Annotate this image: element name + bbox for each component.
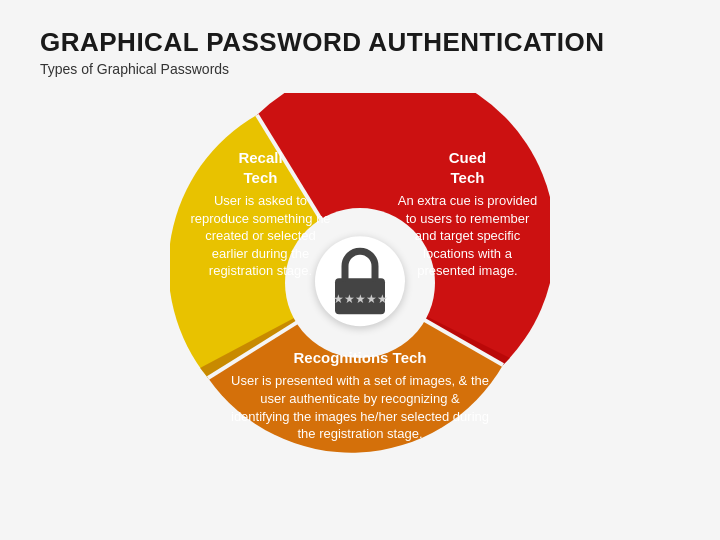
- recognitions-label: Recognitions Tech User is presented with…: [230, 348, 490, 442]
- diagram: ★★★★★ RecallTech User is asked to reprod…: [170, 93, 550, 473]
- slide-subtitle: Types of Graphical Passwords: [40, 61, 680, 77]
- recall-title: RecallTech: [188, 148, 333, 189]
- svg-text:★★★★★: ★★★★★: [333, 292, 388, 306]
- recognitions-title: Recognitions Tech: [230, 348, 490, 368]
- slide: GRAPHICAL PASSWORD AUTHENTICATION Types …: [0, 0, 720, 540]
- cued-label: CuedTech An extra cue is provided to use…: [395, 148, 540, 280]
- slide-title: GRAPHICAL PASSWORD AUTHENTICATION: [40, 28, 680, 57]
- cued-title: CuedTech: [395, 148, 540, 189]
- recognitions-description: User is presented with a set of images, …: [231, 373, 489, 441]
- lock-svg: ★★★★★: [330, 246, 390, 316]
- recall-label: RecallTech User is asked to reproduce so…: [188, 148, 333, 280]
- cued-description: An extra cue is provided to users to rem…: [398, 193, 537, 278]
- lock-icon-container: ★★★★★: [315, 236, 405, 326]
- recall-description: User is asked to reproduce something he …: [190, 193, 330, 278]
